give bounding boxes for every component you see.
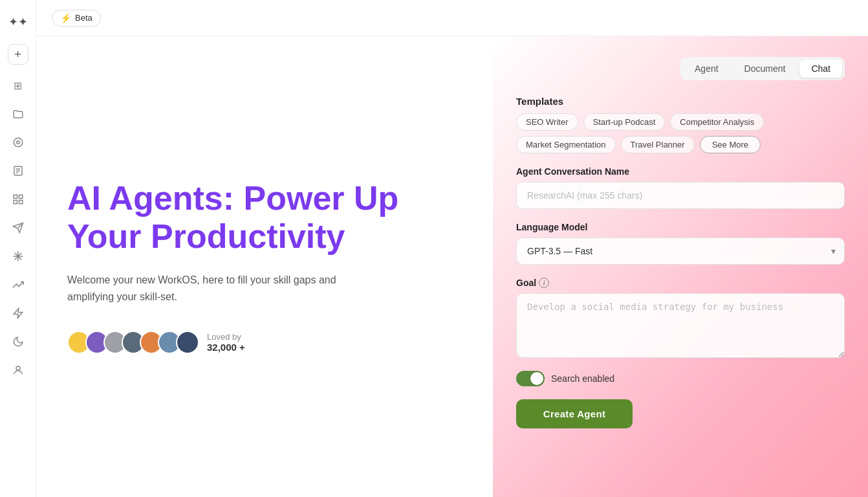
conversation-name-label: Agent Conversation Name bbox=[516, 166, 845, 177]
create-agent-container: Create Agent bbox=[516, 399, 845, 428]
template-chip-competitor[interactable]: Competitor Analysis bbox=[670, 113, 764, 131]
svg-rect-9 bbox=[19, 201, 22, 204]
document-icon[interactable] bbox=[6, 159, 30, 182]
language-model-select-wrapper: GPT-3.5 — Fast GPT-4 — Powerful Claude 3… bbox=[516, 237, 845, 265]
svg-rect-6 bbox=[14, 195, 17, 198]
right-panel: Agent Document Chat Templates SEO Writer… bbox=[493, 36, 868, 497]
left-panel: AI Agents: Power Up Your Productivity We… bbox=[36, 36, 493, 497]
search-enabled-row: Search enabled bbox=[516, 371, 845, 386]
svg-rect-7 bbox=[19, 195, 22, 198]
hero-subtitle: Welcome your new WorkOS, here to fill yo… bbox=[67, 272, 365, 305]
create-agent-button[interactable]: Create Agent bbox=[516, 399, 633, 428]
lightning-icon[interactable] bbox=[6, 302, 30, 325]
dashboard-icon[interactable]: ⊞ bbox=[6, 74, 30, 97]
language-model-select[interactable]: GPT-3.5 — Fast GPT-4 — Powerful Claude 3… bbox=[516, 237, 845, 265]
bolt-icon: ⚡ bbox=[60, 13, 71, 23]
loved-label: Loved by bbox=[207, 332, 245, 342]
goal-textarea[interactable] bbox=[516, 293, 845, 358]
template-chip-seo[interactable]: SEO Writer bbox=[516, 113, 578, 131]
loved-count: 32,000 + bbox=[207, 342, 245, 353]
svg-point-17 bbox=[16, 366, 20, 370]
folder-icon[interactable] bbox=[6, 102, 30, 126]
tab-document[interactable]: Document bbox=[733, 60, 797, 78]
search-enabled-label: Search enabled bbox=[551, 373, 614, 384]
avatar-group bbox=[67, 331, 199, 354]
person-icon[interactable] bbox=[6, 359, 30, 382]
avatar bbox=[176, 331, 199, 354]
goal-info-icon: i bbox=[539, 278, 549, 288]
loved-text: Loved by 32,000 + bbox=[207, 332, 245, 353]
template-chip-podcast[interactable]: Start-up Podcast bbox=[583, 113, 666, 131]
top-bar: ⚡ Beta bbox=[36, 0, 868, 36]
snowflake-icon[interactable] bbox=[6, 245, 30, 268]
svg-point-1 bbox=[16, 141, 19, 144]
language-model-field: Language Model GPT-3.5 — Fast GPT-4 — Po… bbox=[516, 222, 845, 265]
main-content: ⚡ Beta AI Agents: Power Up Your Producti… bbox=[36, 0, 868, 497]
goal-label: Goal i bbox=[516, 278, 845, 288]
conversation-name-input[interactable] bbox=[516, 182, 845, 209]
add-button[interactable]: + bbox=[8, 44, 28, 65]
goal-field: Goal i bbox=[516, 278, 845, 358]
template-chip-travel[interactable]: Travel Planner bbox=[621, 136, 695, 153]
moon-icon[interactable] bbox=[6, 330, 30, 353]
svg-point-0 bbox=[14, 138, 23, 147]
template-chip-market[interactable]: Market Segmentation bbox=[516, 136, 616, 153]
grid-icon[interactable] bbox=[6, 188, 30, 211]
svg-marker-16 bbox=[14, 309, 23, 318]
templates-label: Templates bbox=[516, 96, 845, 107]
see-more-button[interactable]: See More bbox=[700, 136, 761, 153]
language-model-label: Language Model bbox=[516, 222, 845, 232]
sidebar: ✦✦ + ⊞ bbox=[0, 0, 36, 497]
tab-chat[interactable]: Chat bbox=[799, 60, 842, 78]
content-area: AI Agents: Power Up Your Productivity We… bbox=[36, 36, 868, 497]
tab-group: Agent Document Chat bbox=[680, 57, 845, 80]
template-chips: SEO Writer Start-up Podcast Competitor A… bbox=[516, 113, 845, 153]
tab-agent[interactable]: Agent bbox=[683, 60, 730, 78]
toggle-knob bbox=[530, 372, 543, 385]
search-enabled-toggle[interactable] bbox=[516, 371, 545, 386]
hero-title: AI Agents: Power Up Your Productivity bbox=[67, 179, 462, 257]
loved-by-section: Loved by 32,000 + bbox=[67, 331, 462, 354]
trending-icon[interactable] bbox=[6, 273, 30, 296]
send-icon[interactable] bbox=[6, 216, 30, 239]
svg-rect-8 bbox=[14, 201, 17, 204]
conversation-name-field: Agent Conversation Name bbox=[516, 166, 845, 209]
logo: ✦✦ bbox=[6, 10, 30, 34]
templates-section: Templates SEO Writer Start-up Podcast Co… bbox=[516, 96, 845, 153]
tag-icon[interactable] bbox=[6, 131, 30, 154]
beta-badge[interactable]: ⚡ Beta bbox=[52, 10, 101, 27]
beta-label: Beta bbox=[75, 13, 92, 23]
